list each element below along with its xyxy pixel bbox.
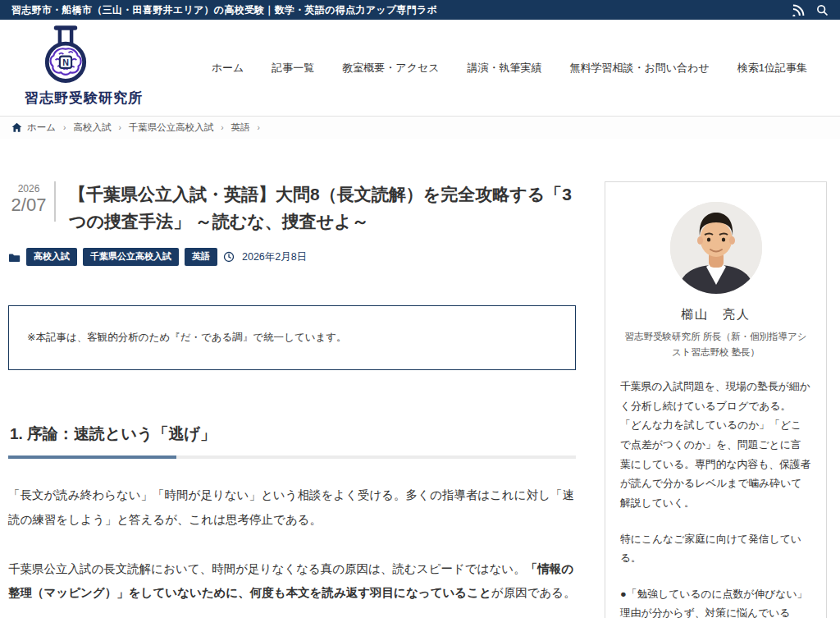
breadcrumb-separator: › xyxy=(63,123,66,132)
site-tagline: 習志野市・船橋市（三山・田喜野井エリア）の高校受験｜数学・英語の得点力アップ専門… xyxy=(11,3,437,17)
paragraph-1: 「長文が読み終わらない」「時間が足りない」という相談をよく受ける。多くの指導者は… xyxy=(8,483,576,532)
article-title-row: 2026 2/07 【千葉県公立入試・英語】大問8（長文読解）を完全攻略する「3… xyxy=(8,181,576,235)
breadcrumb-english[interactable]: 英語 xyxy=(231,121,250,134)
paragraph-2: 千葉県公立入試の長文読解において、時間が足りなくなる真の原因は、読むスピードでは… xyxy=(8,557,576,606)
main-nav: ホーム 記事一覧 教室概要・アクセス 講演・執筆実績 無料学習相談・お問い合わせ… xyxy=(212,61,807,76)
date-year: 2026 xyxy=(8,183,49,195)
audience-bullet: ●「勉強しているのに点数が伸びない」理由が分からず、対策に悩んでいる xyxy=(620,584,811,618)
nav-item-contact[interactable]: 無料学習相談・お問い合わせ xyxy=(570,61,710,76)
notice-text: ※本記事は、客観的分析のため『だ・である調』で統一しています。 xyxy=(27,332,347,343)
article-main: 2026 2/07 【千葉県公立入試・英語】大問8（長文読解）を完全攻略する「3… xyxy=(8,181,576,618)
author-avatar xyxy=(670,202,762,294)
home-icon xyxy=(11,122,22,133)
tag-chiba-public[interactable]: 千葉県公立高校入試 xyxy=(83,248,179,266)
breadcrumb: ホーム › 高校入試 › 千葉県公立高校入試 › 英語 › xyxy=(0,116,840,139)
article-date-badge: 2026 2/07 xyxy=(8,181,56,222)
author-role: 習志野受験研究所 所長（新・個別指導アシスト習志野校 塾長） xyxy=(620,329,811,360)
breadcrumb-home[interactable]: ホーム xyxy=(11,121,56,134)
nav-item-home[interactable]: ホーム xyxy=(212,61,244,76)
article-meta-row: 高校入試 千葉県公立高校入試 英語 2026年2月8日 xyxy=(8,248,576,266)
clock-icon xyxy=(223,251,235,263)
heading-accent-bar xyxy=(8,455,176,459)
author-bio: 千葉県の入試問題を、現場の塾長が細かく分析し続けているブログである。「どんな力を… xyxy=(620,377,811,513)
nav-item-access[interactable]: 教室概要・アクセス xyxy=(342,61,439,76)
nav-item-articles[interactable]: 記事一覧 xyxy=(272,61,314,76)
nav-item-lectures[interactable]: 講演・執筆実績 xyxy=(468,61,542,76)
author-bio-audience: 特にこんなご家庭に向けて発信している。 xyxy=(620,529,811,568)
article-title: 【千葉県公立入試・英語】大問8（長文読解）を完全攻略する「3つの捜査手法」 ～読… xyxy=(69,181,576,235)
breadcrumb-separator: › xyxy=(258,123,260,132)
article-notice-box: ※本記事は、客観的分析のため『だ・である調』で統一しています。 xyxy=(8,305,576,370)
flask-brain-logo-icon: N xyxy=(39,25,92,87)
author-audience-list: ●「勉強しているのに点数が伸びない」理由が分からず、対策に悩んでいる ●模試や入… xyxy=(620,584,811,618)
published-date: 2026年2月8日 xyxy=(242,250,307,264)
folder-icon xyxy=(8,252,21,263)
tag-highschool-exam[interactable]: 高校入試 xyxy=(26,248,77,266)
top-bar: 習志野市・船橋市（三山・田喜野井エリア）の高校受験｜数学・英語の得点力アップ専門… xyxy=(0,0,840,20)
breadcrumb-chiba[interactable]: 千葉県公立高校入試 xyxy=(129,121,214,134)
rss-icon[interactable] xyxy=(792,4,805,16)
search-icon[interactable] xyxy=(816,4,829,16)
site-name: 習志野受験研究所 xyxy=(25,89,143,108)
date-month-day: 2/07 xyxy=(8,195,49,216)
author-profile-box: 櫛山 亮人 習志野受験研究所 所長（新・個別指導アシスト習志野校 塾長） 千葉県… xyxy=(605,181,827,618)
author-name: 櫛山 亮人 xyxy=(620,307,811,323)
content-area: 2026 2/07 【千葉県公立入試・英語】大問8（長文読解）を完全攻略する「3… xyxy=(0,139,840,618)
site-logo[interactable]: N 習志野受験研究所 xyxy=(25,25,143,108)
svg-text:N: N xyxy=(62,57,69,67)
sidebar: 櫛山 亮人 習志野受験研究所 所長（新・個別指導アシスト習志野校 塾長） 千葉県… xyxy=(605,181,827,618)
section-heading-1: 1. 序論：速読という「逃げ」 xyxy=(8,417,576,459)
site-header: N 習志野受験研究所 ホーム 記事一覧 教室概要・アクセス 講演・執筆実績 無料… xyxy=(0,20,840,116)
breadcrumb-separator: › xyxy=(221,123,223,132)
breadcrumb-separator: › xyxy=(118,123,121,132)
breadcrumb-highschool[interactable]: 高校入試 xyxy=(73,121,111,134)
tag-english[interactable]: 英語 xyxy=(185,248,217,266)
nav-item-top-articles[interactable]: 検索1位記事集 xyxy=(737,61,807,76)
